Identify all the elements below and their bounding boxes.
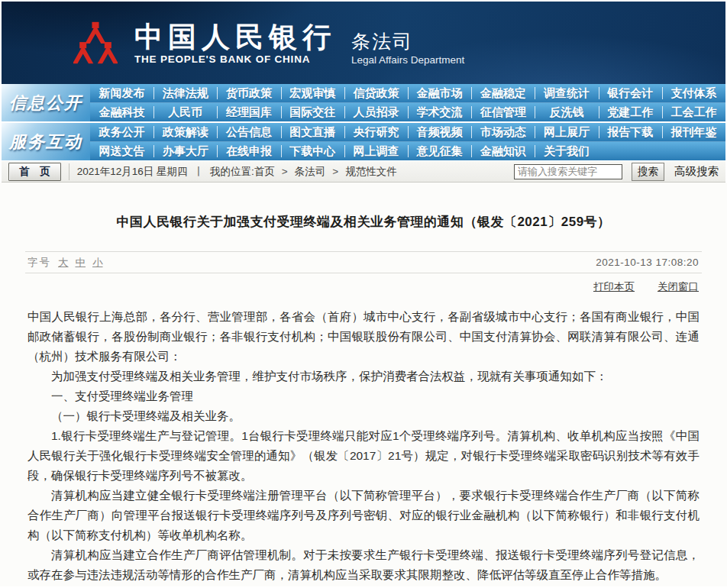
article-actions-row: 打印本页 关闭窗口 <box>25 273 702 298</box>
nav-item[interactable]: 音频视频 <box>408 123 471 141</box>
nav-item[interactable]: 征信管理 <box>471 103 535 121</box>
statusbar-divider <box>69 163 69 180</box>
nav-section-label-services[interactable]: 服务互动 <box>2 123 90 160</box>
status-bar: 首 页 2021年12月16日 星期四 丨 我的位置:首页 > 条法司 > 规范… <box>2 161 725 183</box>
nav-item[interactable]: 政务公开 <box>90 123 153 141</box>
article-content: 中国人民银行关于加强支付受理终端及相关业务管理的通知（银发〔2021〕259号）… <box>0 183 727 586</box>
nav-item[interactable]: 工会工作 <box>662 103 725 121</box>
nav-item[interactable]: 意见征集 <box>408 142 471 160</box>
nav-item[interactable]: 关于我们 <box>535 142 598 160</box>
nav-row: 政务公开 政策解读 公告信息 图文直播 央行研究 音频视频 市场动态 网上展厅 … <box>90 123 725 141</box>
bank-name-en: THE PEOPLE'S BANK OF CHINA <box>134 53 336 65</box>
nav-item[interactable]: 支付体系 <box>662 84 725 102</box>
nav-item[interactable]: 反洗钱 <box>535 103 598 121</box>
advanced-search-link[interactable]: 高级搜索 <box>674 164 719 179</box>
nav-item[interactable]: 学术交流 <box>408 103 471 121</box>
main-navigation: 信息公开 新闻发布 法律法规 货币政策 宏观审慎 信贷政策 金融市场 金融稳定 … <box>2 84 725 160</box>
nav-item[interactable]: 网上调查 <box>344 142 408 160</box>
current-date: 2021年12月16日 星期四 <box>77 165 188 179</box>
fontsize-small[interactable]: 小 <box>92 256 103 270</box>
article-title: 中国人民银行关于加强支付受理终端及相关业务管理的通知（银发〔2021〕259号） <box>0 183 727 231</box>
article-paragraph: 为加强支付受理终端及相关业务管理，维护支付市场秩序，保护消费者合法权益，现就有关… <box>27 367 700 386</box>
nav-item[interactable]: 人民币 <box>153 103 217 121</box>
nav-item[interactable]: 经理国库 <box>217 103 280 121</box>
dept-name-cn: 条法司 <box>351 31 464 52</box>
breadcrumb-separator: > <box>332 166 338 177</box>
nav-item[interactable]: 货币政策 <box>217 84 280 102</box>
search-button[interactable]: 搜索 <box>632 163 664 181</box>
location-prefix: 我的位置: <box>210 165 254 179</box>
nav-row: 新闻发布 法律法规 货币政策 宏观审慎 信贷政策 金融市场 金融稳定 调查统计 … <box>90 84 725 102</box>
nav-item[interactable]: 网上展厅 <box>535 123 598 141</box>
breadcrumb-tiaofasi[interactable]: 条法司 <box>295 165 326 179</box>
nav-item[interactable]: 新闻发布 <box>90 84 153 102</box>
article-body: 中国人民银行上海总部，各分行、营业管理部，各省会（首府）城市中心支行，各副省级城… <box>0 298 727 585</box>
article-paragraph: 清算机构应当建立合作生产厂商评估管理机制。对于未按要求生产银行卡受理终端、报送银… <box>27 545 700 585</box>
nav-item[interactable]: 下载中心 <box>281 142 344 160</box>
nav-item-empty <box>662 142 725 160</box>
nav-item[interactable]: 调查统计 <box>535 84 598 102</box>
nav-item[interactable]: 办事大厅 <box>153 142 217 160</box>
breadcrumb-separator: > <box>282 166 288 177</box>
nav-item[interactable]: 人员招录 <box>344 103 408 121</box>
fontsize-large[interactable]: 大 <box>58 256 69 270</box>
article-meta-row: 字号 大 中 小 2021-10-13 17:08:20 <box>25 251 702 273</box>
nav-item[interactable]: 金融市场 <box>408 84 471 102</box>
article-paragraph: 中国人民银行上海总部，各分行、营业管理部，各省会（首府）城市中心支行，各副省级城… <box>27 307 700 367</box>
nav-item[interactable]: 银行会计 <box>599 84 662 102</box>
nav-item[interactable]: 报刊年鉴 <box>662 123 725 141</box>
nav-item[interactable]: 在线申报 <box>217 142 280 160</box>
fontsize-medium[interactable]: 中 <box>76 256 86 270</box>
search-area: 搜索 高级搜索 <box>514 163 719 181</box>
article-paragraph: 1.银行卡受理终端生产与登记管理。1台银行卡受理终端只能对应1个受理终端序列号。… <box>27 426 700 486</box>
nav-item[interactable]: 报告下载 <box>599 123 662 141</box>
nav-item[interactable]: 金融稳定 <box>471 84 535 102</box>
dept-name-en: Legal Affairs Department <box>351 54 464 66</box>
nav-section-label-info-disclosure[interactable]: 信息公开 <box>2 84 90 121</box>
nav-item[interactable]: 图文直播 <box>281 123 344 141</box>
pboc-logo-icon <box>73 21 118 65</box>
nav-item[interactable]: 市场动态 <box>471 123 535 141</box>
close-window-link[interactable]: 关闭窗口 <box>658 280 699 294</box>
breadcrumb-normative-documents[interactable]: 规范性文件 <box>345 165 397 179</box>
breadcrumb-home[interactable]: 首页 <box>254 165 275 179</box>
nav-item[interactable]: 金融知识 <box>471 142 535 160</box>
nav-row: 金融科技 人民币 经理国库 国际交往 人员招录 学术交流 征信管理 反洗钱 党建… <box>90 102 725 121</box>
nav-item[interactable]: 网送文告 <box>90 142 153 160</box>
nav-item[interactable]: 央行研究 <box>344 123 408 141</box>
nav-item[interactable]: 信贷政策 <box>344 84 408 102</box>
fontsize-label: 字号 <box>27 256 51 270</box>
nav-item[interactable]: 公告信息 <box>217 123 280 141</box>
nav-item[interactable]: 金融科技 <box>90 103 153 121</box>
nav-item-empty <box>599 142 662 160</box>
nav-item[interactable]: 国际交往 <box>281 103 344 121</box>
print-page-link[interactable]: 打印本页 <box>593 280 635 294</box>
article-paragraph: 清算机构应当建立健全银行卡受理终端注册管理平台（以下简称管理平台），要求银行卡受… <box>27 486 700 545</box>
publish-timestamp: 2021-10-13 17:08:20 <box>596 257 699 268</box>
page: 中国人民银行 THE PEOPLE'S BANK OF CHINA 条法司 Le… <box>0 2 727 588</box>
nav-section-info-disclosure: 信息公开 新闻发布 法律法规 货币政策 宏观审慎 信贷政策 金融市场 金融稳定 … <box>2 84 725 121</box>
article-paragraph: （一）银行卡受理终端及相关业务。 <box>27 406 700 426</box>
search-input[interactable] <box>514 164 622 179</box>
nav-item[interactable]: 党建工作 <box>599 103 662 121</box>
nav-item[interactable]: 政策解读 <box>153 123 217 141</box>
nav-item[interactable]: 法律法规 <box>153 84 217 102</box>
article-paragraph: 一、支付受理终端业务管理 <box>27 386 700 406</box>
nav-item[interactable]: 宏观审慎 <box>281 84 344 102</box>
nav-row: 网送文告 办事大厅 在线申报 下载中心 网上调查 意见征集 金融知识 关于我们 <box>90 141 725 160</box>
bank-name-cn: 中国人民银行 <box>134 21 336 52</box>
nav-section-services: 服务互动 政务公开 政策解读 公告信息 图文直播 央行研究 音频视频 市场动态 … <box>2 123 725 160</box>
site-header: 中国人民银行 THE PEOPLE'S BANK OF CHINA 条法司 Le… <box>2 2 725 84</box>
date-location-divider: 丨 <box>194 165 205 179</box>
home-button[interactable]: 首 页 <box>8 163 61 181</box>
